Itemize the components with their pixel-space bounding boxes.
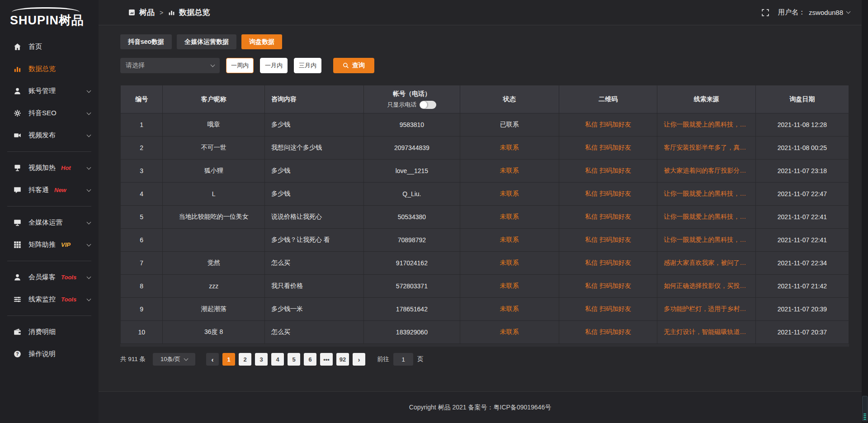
chevron-down-icon (87, 110, 91, 115)
cell-qrcode-link[interactable]: 私信 扫码加好友 (559, 321, 657, 344)
cell-source-link[interactable]: 客厅安装投影半年多了，真实... (657, 136, 755, 160)
period-button[interactable]: 三月内 (294, 58, 321, 73)
sidebar-item[interactable]: 视频发布 (0, 124, 99, 146)
cell-source-link[interactable]: 感谢大家喜欢我家，被问了好... (657, 252, 755, 275)
table-row: 5 当地比较能吃的一位美女 说说价格让我死心 50534380 未联系 私信 扫… (121, 206, 849, 229)
sidebar-item-label: 视频加热 (28, 164, 56, 172)
main-area: 树品 > 数据总览 用户名：zswodun88 抖音seo数据 全媒体运营数据 (99, 0, 862, 423)
chevron-down-icon (87, 296, 91, 301)
cell-id: 1 (121, 113, 163, 136)
cell-source-link[interactable]: 让你一眼就爱上的黑科技，能... (657, 113, 755, 136)
cell-status: 未联系 (460, 206, 559, 229)
goto-page-input[interactable] (393, 353, 413, 366)
cell-qrcode-link[interactable]: 私信 扫码加好友 (559, 298, 657, 321)
bar-chart-icon (168, 9, 175, 16)
fullscreen-button[interactable] (762, 9, 769, 16)
page-button[interactable]: 6 (304, 353, 316, 366)
table-row: 10 36度 8 怎么买 183929060 未联系 私信 扫码加好友 无主灯设… (121, 321, 849, 344)
cell-source-link[interactable]: 让你一眼就爱上的黑科技，能... (657, 229, 755, 252)
cell-nickname: 哦章 (163, 113, 265, 136)
period-button[interactable]: 一月内 (260, 58, 288, 73)
sidebar-item[interactable]: 视频加热 Hot (0, 157, 99, 179)
sidebar-item[interactable]: 数据总览 (0, 58, 99, 80)
page-button[interactable]: 5 (288, 353, 300, 366)
table-row: 2 不可一世 我想问这个多少钱 2097344839 未联系 私信 扫码加好友 … (121, 136, 849, 160)
sidebar-item[interactable]: 线索监控 Tools (0, 288, 99, 310)
chevron-down-icon (87, 132, 91, 137)
cell-status: 未联系 (460, 275, 559, 298)
user-icon (14, 87, 23, 95)
cell-source-link[interactable]: 让你一眼就爱上的黑科技，能... (657, 206, 755, 229)
toggle-knob (420, 101, 427, 108)
page-button[interactable]: 3 (255, 353, 268, 366)
page-button[interactable]: 1 (222, 353, 235, 366)
page-button[interactable]: 2 (239, 353, 251, 366)
cell-content: 多少钱 (264, 183, 363, 206)
side-panel-widget[interactable] (862, 396, 868, 421)
svg-text:?: ? (16, 352, 19, 357)
cell-source-link[interactable]: 如何正确选择投影仪，买投影... (657, 275, 755, 298)
cell-source-link[interactable]: 让你一眼就爱上的黑科技，能... (657, 183, 755, 206)
sidebar-item-label: 全媒体运营 (28, 218, 62, 227)
pagination: 共 911 条 10条/页 ‹ 1 2 3 4 (120, 353, 849, 366)
sidebar-item[interactable]: 会员爆客 Tools (0, 266, 99, 288)
col-account: 帐号（电话） 只显示电话 (364, 85, 460, 113)
cell-status: 未联系 (460, 160, 559, 183)
filter-select[interactable]: 请选择 (120, 58, 220, 73)
sidebar-item-label: 抖客通 (28, 186, 49, 194)
sidebar-item[interactable]: 抖客通 New (0, 179, 99, 201)
cell-source-link[interactable]: 多功能护栏灯，适用于乡村文... (657, 298, 755, 321)
sidebar-item-badge: Hot (61, 164, 71, 171)
cell-source-link[interactable]: 无主灯设计，智能磁吸轨道灯... (657, 321, 755, 344)
cell-date: 2021-11-07 22:34 (755, 252, 849, 275)
sidebar-item[interactable]: 矩阵助推 VIP (0, 234, 99, 256)
cell-qrcode-link[interactable]: 私信 扫码加好友 (559, 252, 657, 275)
sidebar-item[interactable]: 抖音SEO (0, 102, 99, 124)
sidebar-item[interactable]: 首页 (0, 36, 99, 58)
sidebar-item-label: 操作说明 (28, 350, 56, 358)
cell-qrcode-link[interactable]: 私信 扫码加好友 (559, 229, 657, 252)
tab-button[interactable]: 询盘数据 (241, 34, 282, 49)
table-body: 1 哦章 多少钱 9583810 已联系 私信 扫码加好友 让你一眼就爱上的黑科… (121, 113, 849, 344)
table-row: 3 狐小狸 多少钱 love__1215 未联系 私信 扫码加好友 被大家追着问… (121, 160, 849, 183)
cell-qrcode-link[interactable]: 私信 扫码加好友 (559, 160, 657, 183)
cell-qrcode-link[interactable]: 私信 扫码加好友 (559, 113, 657, 136)
breadcrumb-current: 数据总览 (179, 7, 210, 18)
next-page-button[interactable]: › (353, 353, 365, 366)
chevron-down-icon (87, 88, 91, 93)
widget-bar (863, 415, 866, 416)
tab-button[interactable]: 全媒体运营数据 (177, 34, 236, 49)
page-size-select[interactable]: 10条/页 (153, 353, 195, 366)
page-button[interactable]: ••• (320, 353, 333, 366)
cell-source-link[interactable]: 被大家追着问的客厅投影分享... (657, 160, 755, 183)
cell-account: 917024162 (364, 252, 460, 275)
goto-suffix: 页 (417, 355, 424, 363)
page-button[interactable]: 4 (271, 353, 284, 366)
bar-chart-icon (14, 65, 23, 73)
cell-qrcode-link[interactable]: 私信 扫码加好友 (559, 206, 657, 229)
widget-bar (863, 417, 866, 418)
sidebar-item[interactable]: ? 操作说明 (0, 343, 99, 365)
sidebar-item-label: 矩阵助推 (28, 240, 56, 249)
user-menu[interactable]: 用户名：zswodun88 (778, 8, 850, 17)
cell-qrcode-link[interactable]: 私信 扫码加好友 (559, 183, 657, 206)
sidebar-item[interactable]: 全媒体运营 (0, 212, 99, 234)
phone-only-toggle[interactable] (420, 101, 436, 109)
query-button[interactable]: 查询 (333, 58, 374, 73)
cell-qrcode-link[interactable]: 私信 扫码加好友 (559, 136, 657, 160)
col-nickname: 客户昵称 (163, 85, 265, 113)
chevron-down-icon (87, 242, 91, 246)
cell-id: 3 (121, 160, 163, 183)
page-button[interactable]: 92 (336, 353, 349, 366)
sidebar-item[interactable]: 消费明细 (0, 321, 99, 343)
tab-button[interactable]: 抖音seo数据 (120, 34, 172, 49)
sidebar-item[interactable]: 账号管理 (0, 80, 99, 102)
sidebar-item-label: 会员爆客 (28, 273, 56, 282)
period-button[interactable]: 一周内 (226, 58, 254, 73)
prev-page-button[interactable]: ‹ (206, 353, 219, 366)
right-edge-strip[interactable] (862, 0, 868, 423)
breadcrumb-root[interactable]: 树品 (139, 7, 155, 18)
query-button-label: 查询 (352, 61, 365, 70)
cell-qrcode-link[interactable]: 私信 扫码加好友 (559, 275, 657, 298)
chevron-down-icon (87, 187, 91, 192)
